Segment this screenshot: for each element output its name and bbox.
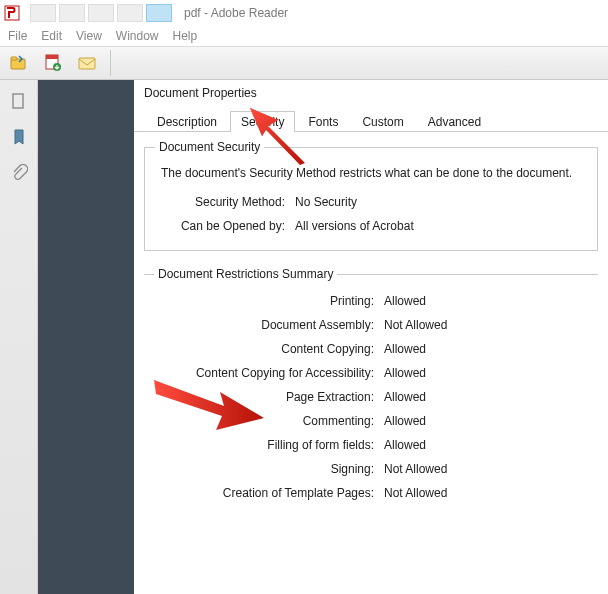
menu-file[interactable]: File [8,29,27,43]
window-thumb[interactable] [88,4,114,22]
save-pdf-button[interactable] [40,50,66,76]
toolbar-divider [110,50,111,76]
opened-by-label: Can be Opened by: [155,219,295,233]
svg-rect-7 [13,94,23,108]
document-viewport[interactable] [38,80,134,594]
security-method-value: No Security [295,195,357,209]
svg-rect-2 [11,57,17,60]
restriction-label: Signing: [154,462,384,476]
menu-window[interactable]: Window [116,29,159,43]
security-intro: The document's Security Method restricts… [155,162,587,190]
restriction-value: Not Allowed [384,462,447,476]
restriction-label: Filling of form fields: [154,438,384,452]
adobe-reader-icon [4,5,20,21]
restriction-label: Creation of Template Pages: [154,486,384,500]
dialog-tabs: Description Security Fonts Custom Advanc… [134,108,608,132]
restriction-label: Commenting: [154,414,384,428]
tab-fonts[interactable]: Fonts [297,111,349,132]
document-security-group: Document Security The document's Securit… [144,140,598,251]
restriction-value: Not Allowed [384,486,447,500]
window-thumb[interactable] [30,4,56,22]
tab-advanced[interactable]: Advanced [417,111,492,132]
window-thumb[interactable] [117,4,143,22]
restriction-label: Printing: [154,294,384,308]
document-security-legend: Document Security [155,140,264,154]
restrictions-group: Document Restrictions Summary Printing:A… [144,267,598,517]
svg-rect-6 [79,58,95,69]
security-method-label: Security Method: [155,195,295,209]
restriction-value: Not Allowed [384,318,447,332]
window-thumb[interactable] [146,4,172,22]
thumbnails-icon[interactable] [10,92,28,110]
restriction-label: Content Copying for Accessibility: [154,366,384,380]
document-properties-dialog: Document Properties Description Security… [134,80,608,594]
restriction-label: Content Copying: [154,342,384,356]
restriction-value: Allowed [384,438,426,452]
email-button[interactable] [74,50,100,76]
window-thumb[interactable] [59,4,85,22]
menu-view[interactable]: View [76,29,102,43]
restrictions-legend: Document Restrictions Summary [154,267,337,281]
restriction-value: Allowed [384,342,426,356]
menu-edit[interactable]: Edit [41,29,62,43]
menubar: File Edit View Window Help [0,26,608,46]
tab-security[interactable]: Security [230,111,295,132]
restriction-value: Allowed [384,390,426,404]
bookmarks-icon[interactable] [10,128,28,146]
window-titlebar: pdf - Adobe Reader [0,0,608,26]
dialog-title: Document Properties [134,80,608,108]
restriction-value: Allowed [384,414,426,428]
navpane [0,80,38,594]
restriction-value: Allowed [384,366,426,380]
tab-description[interactable]: Description [146,111,228,132]
window-title: pdf - Adobe Reader [184,6,288,20]
attachments-icon[interactable] [10,164,28,182]
svg-rect-4 [46,55,58,59]
menu-help[interactable]: Help [173,29,198,43]
open-file-button[interactable] [6,50,32,76]
restriction-value: Allowed [384,294,426,308]
tab-custom[interactable]: Custom [351,111,414,132]
restriction-label: Page Extraction: [154,390,384,404]
restriction-label: Document Assembly: [154,318,384,332]
opened-by-value: All versions of Acrobat [295,219,414,233]
toolbar [0,46,608,80]
